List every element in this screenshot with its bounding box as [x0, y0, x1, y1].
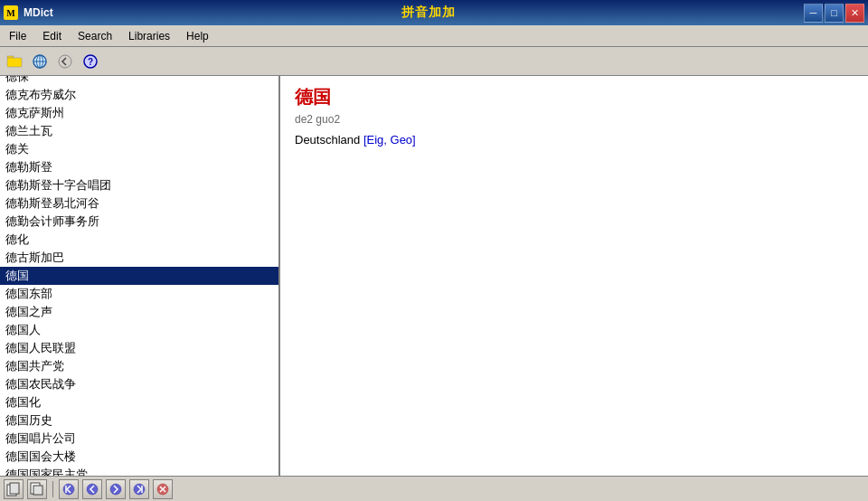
- word-item[interactable]: 德克布劳威尔: [0, 86, 278, 104]
- word-item[interactable]: 德国: [0, 267, 278, 285]
- svg-rect-0: [7, 56, 14, 58]
- word-item[interactable]: 德国国会大楼: [0, 448, 278, 466]
- word-item[interactable]: 德勒斯登十字合唱团: [0, 176, 278, 194]
- word-item[interactable]: 德国人民联盟: [0, 339, 278, 357]
- definition-panel: 德国 de2 guo2 Deutschland [Eig, Geo]: [280, 76, 868, 476]
- status-bar: [0, 476, 868, 501]
- word-item[interactable]: 德克萨斯州: [0, 104, 278, 122]
- nav-prev-button[interactable]: [82, 479, 102, 499]
- word-item[interactable]: 德国东部: [0, 285, 278, 303]
- menu-edit[interactable]: Edit: [35, 28, 69, 44]
- menu-bar: File Edit Search Libraries Help: [0, 25, 868, 47]
- svg-rect-10: [10, 483, 19, 494]
- word-item[interactable]: 德勤会计师事务所: [0, 213, 278, 231]
- word-item[interactable]: 德兰土瓦: [0, 122, 278, 140]
- close-button[interactable]: ✕: [845, 4, 864, 23]
- definition-text: Deutschland [Eig, Geo]: [295, 133, 854, 147]
- menu-libraries[interactable]: Libraries: [121, 28, 177, 44]
- nav-first-button[interactable]: [59, 479, 79, 499]
- svg-point-17: [134, 484, 145, 495]
- menu-file[interactable]: File: [2, 28, 33, 44]
- svg-point-13: [63, 484, 74, 495]
- word-item[interactable]: 德国历史: [0, 411, 278, 430]
- title-bar: M MDict 拼音加加 ─ □ ✕: [0, 0, 868, 25]
- eig-tag: [Eig, Geo]: [363, 133, 416, 147]
- main-content: 德国德佛尔区德保德克布劳威尔德克萨斯州德兰土瓦德关德勒斯登德勒斯登十字合唱团德勒…: [0, 76, 868, 476]
- window-controls: ─ □ ✕: [804, 4, 864, 23]
- svg-rect-12: [33, 486, 42, 495]
- word-item[interactable]: 德国之声: [0, 303, 278, 321]
- web-button[interactable]: [29, 51, 51, 72]
- back-button[interactable]: [54, 51, 76, 72]
- toolbar: ?: [0, 47, 868, 76]
- help-button[interactable]: ?: [80, 51, 101, 72]
- svg-point-6: [59, 55, 71, 68]
- nav-last-button[interactable]: [129, 479, 149, 499]
- title-text: MDict: [24, 6, 53, 19]
- restore-button[interactable]: □: [825, 4, 844, 23]
- word-item[interactable]: 德国唱片公司: [0, 430, 278, 448]
- word-item[interactable]: 德化: [0, 231, 278, 249]
- svg-point-15: [87, 484, 98, 495]
- word-item[interactable]: 德国化: [0, 393, 278, 411]
- word-item[interactable]: 德关: [0, 140, 278, 158]
- word-item[interactable]: 德国共产党: [0, 357, 278, 375]
- word-list[interactable]: 德国德佛尔区德保德克布劳威尔德克萨斯州德兰土瓦德关德勒斯登德勒斯登十字合唱团德勒…: [0, 76, 278, 476]
- svg-rect-1: [7, 58, 22, 67]
- definition-headword: 德国: [295, 85, 854, 109]
- copy-button-2[interactable]: [27, 479, 47, 499]
- word-item[interactable]: 德勒斯登易北河谷: [0, 194, 278, 213]
- word-list-panel: 德国德佛尔区德保德克布劳威尔德克萨斯州德兰土瓦德关德勒斯登德勒斯登十字合唱团德勒…: [0, 76, 280, 476]
- svg-text:?: ?: [88, 57, 93, 67]
- word-item[interactable]: 德保: [0, 76, 278, 86]
- word-item[interactable]: 德国农民战争: [0, 375, 278, 393]
- title-left: M MDict: [4, 5, 53, 20]
- menu-search[interactable]: Search: [71, 28, 119, 44]
- minimize-button[interactable]: ─: [804, 4, 823, 23]
- definition-pinyin: de2 guo2: [295, 113, 854, 126]
- brand-text: 拼音加加: [401, 5, 456, 21]
- app-icon: M: [4, 5, 18, 20]
- word-item[interactable]: 德国国家民主党: [0, 466, 278, 476]
- svg-point-16: [110, 484, 121, 495]
- word-item[interactable]: 德古斯加巴: [0, 249, 278, 267]
- status-separator-1: [52, 481, 53, 497]
- menu-help[interactable]: Help: [179, 28, 216, 44]
- nav-next-button[interactable]: [106, 479, 126, 499]
- title-brand: 拼音加加: [401, 5, 456, 21]
- word-item[interactable]: 德国人: [0, 321, 278, 339]
- copy-button[interactable]: [4, 479, 24, 499]
- open-button[interactable]: [4, 51, 25, 72]
- nav-close-button[interactable]: [153, 479, 173, 499]
- word-item[interactable]: 德勒斯登: [0, 158, 278, 176]
